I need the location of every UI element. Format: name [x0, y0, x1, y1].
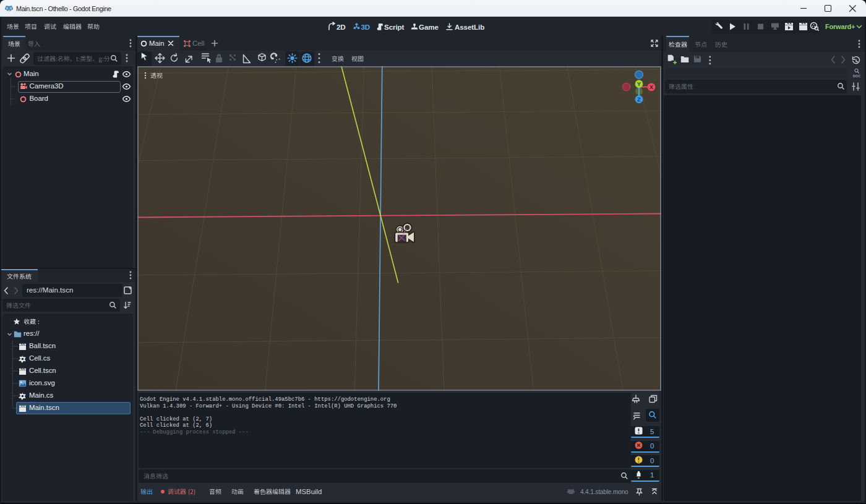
svg-text:X: X [650, 84, 653, 90]
svg-text:Z: Z [637, 96, 641, 103]
svg-text:DOC: DOC [853, 74, 860, 78]
svg-text:Y: Y [637, 81, 641, 87]
